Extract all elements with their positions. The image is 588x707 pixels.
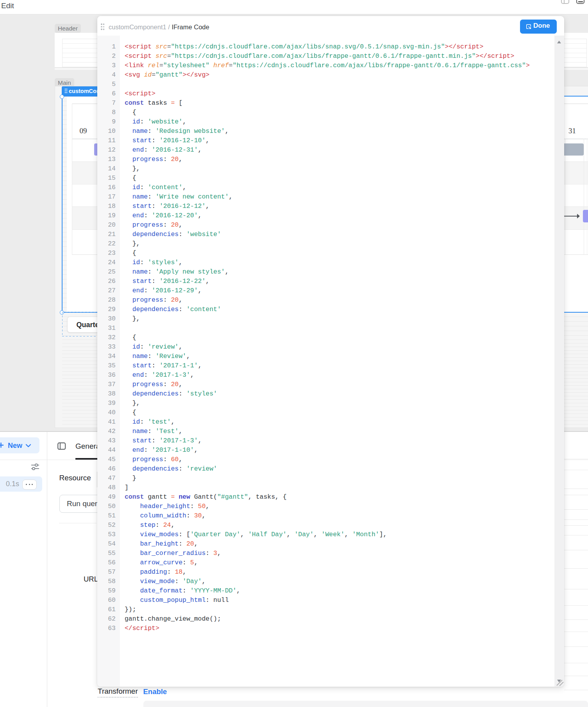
svg-text:New: New [8,442,23,449]
